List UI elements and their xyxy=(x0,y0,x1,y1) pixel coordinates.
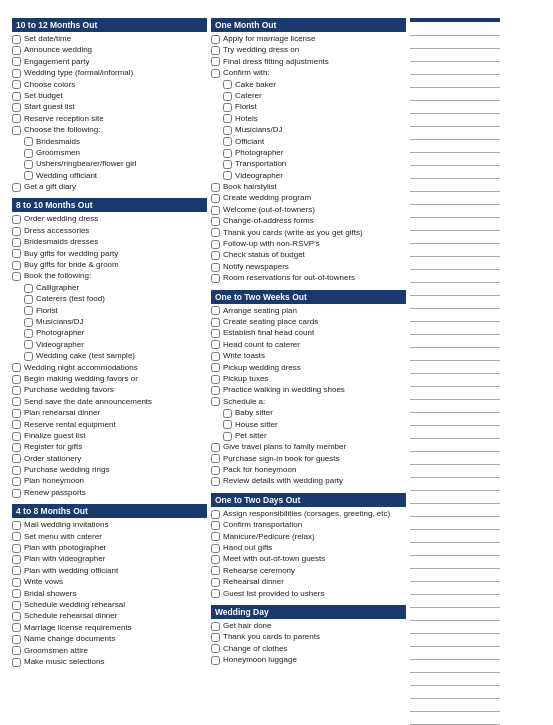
checklist-checkbox[interactable] xyxy=(12,635,21,644)
checklist-checkbox[interactable] xyxy=(211,622,220,631)
checklist-checkbox[interactable] xyxy=(211,46,220,55)
checklist-checkbox[interactable] xyxy=(24,306,33,315)
checklist-checkbox[interactable] xyxy=(12,397,21,406)
checklist-checkbox[interactable] xyxy=(12,227,21,236)
checklist-checkbox[interactable] xyxy=(223,103,232,112)
checklist-checkbox[interactable] xyxy=(211,183,220,192)
checklist-checkbox[interactable] xyxy=(12,589,21,598)
checklist-checkbox[interactable] xyxy=(223,409,232,418)
checklist-checkbox[interactable] xyxy=(211,656,220,665)
checklist-checkbox[interactable] xyxy=(223,137,232,146)
checklist-checkbox[interactable] xyxy=(24,284,33,293)
checklist-checkbox[interactable] xyxy=(12,409,21,418)
checklist-checkbox[interactable] xyxy=(12,80,21,89)
checklist-checkbox[interactable] xyxy=(211,521,220,530)
checklist-checkbox[interactable] xyxy=(12,646,21,655)
checklist-checkbox[interactable] xyxy=(211,466,220,475)
checklist-checkbox[interactable] xyxy=(223,171,232,180)
checklist-checkbox[interactable] xyxy=(211,397,220,406)
checklist-checkbox[interactable] xyxy=(211,228,220,237)
checklist-checkbox[interactable] xyxy=(223,92,232,101)
checklist-checkbox[interactable] xyxy=(211,217,220,226)
checklist-checkbox[interactable] xyxy=(211,206,220,215)
checklist-checkbox[interactable] xyxy=(211,69,220,78)
checklist-checkbox[interactable] xyxy=(211,566,220,575)
checklist-checkbox[interactable] xyxy=(211,510,220,519)
checklist-checkbox[interactable] xyxy=(211,386,220,395)
checklist-checkbox[interactable] xyxy=(24,295,33,304)
checklist-checkbox[interactable] xyxy=(12,477,21,486)
checklist-checkbox[interactable] xyxy=(211,532,220,541)
checklist-checkbox[interactable] xyxy=(12,92,21,101)
checklist-checkbox[interactable] xyxy=(12,658,21,667)
checklist-checkbox[interactable] xyxy=(12,566,21,575)
checklist-checkbox[interactable] xyxy=(12,466,21,475)
checklist-checkbox[interactable] xyxy=(211,633,220,642)
checklist-checkbox[interactable] xyxy=(211,194,220,203)
checklist-checkbox[interactable] xyxy=(211,555,220,564)
checklist-checkbox[interactable] xyxy=(24,329,33,338)
checklist-checkbox[interactable] xyxy=(211,589,220,598)
checklist-checkbox[interactable] xyxy=(12,386,21,395)
checklist-checkbox[interactable] xyxy=(12,69,21,78)
checklist-checkbox[interactable] xyxy=(12,612,21,621)
checklist-checkbox[interactable] xyxy=(12,443,21,452)
checklist-checkbox[interactable] xyxy=(211,477,220,486)
checklist-checkbox[interactable] xyxy=(223,126,232,135)
checklist-checkbox[interactable] xyxy=(223,80,232,89)
checklist-checkbox[interactable] xyxy=(12,215,21,224)
checklist-checkbox[interactable] xyxy=(12,555,21,564)
checklist-checkbox[interactable] xyxy=(211,251,220,260)
checklist-checkbox[interactable] xyxy=(211,375,220,384)
checklist-checkbox[interactable] xyxy=(24,318,33,327)
checklist-checkbox[interactable] xyxy=(12,578,21,587)
checklist-checkbox[interactable] xyxy=(12,126,21,135)
checklist-checkbox[interactable] xyxy=(12,35,21,44)
checklist-checkbox[interactable] xyxy=(12,532,21,541)
checklist-checkbox[interactable] xyxy=(223,149,232,158)
checklist-checkbox[interactable] xyxy=(12,46,21,55)
checklist-checkbox[interactable] xyxy=(223,420,232,429)
checklist-checkbox[interactable] xyxy=(12,432,21,441)
checklist-checkbox[interactable] xyxy=(12,623,21,632)
checklist-checkbox[interactable] xyxy=(223,114,232,123)
checklist-checkbox[interactable] xyxy=(12,363,21,372)
checklist-checkbox[interactable] xyxy=(24,149,33,158)
checklist-checkbox[interactable] xyxy=(12,601,21,610)
checklist-checkbox[interactable] xyxy=(24,340,33,349)
checklist-checkbox[interactable] xyxy=(12,238,21,247)
checklist-checkbox[interactable] xyxy=(24,171,33,180)
checklist-checkbox[interactable] xyxy=(211,35,220,44)
checklist-checkbox[interactable] xyxy=(211,352,220,361)
checklist-checkbox[interactable] xyxy=(12,57,21,66)
checklist-checkbox[interactable] xyxy=(211,454,220,463)
checklist-checkbox[interactable] xyxy=(211,644,220,653)
checklist-checkbox[interactable] xyxy=(12,375,21,384)
checklist-checkbox[interactable] xyxy=(24,137,33,146)
checklist-checkbox[interactable] xyxy=(211,578,220,587)
checklist-checkbox[interactable] xyxy=(12,454,21,463)
checklist-checkbox[interactable] xyxy=(12,544,21,553)
checklist-checkbox[interactable] xyxy=(12,272,21,281)
checklist-checkbox[interactable] xyxy=(24,160,33,169)
checklist-checkbox[interactable] xyxy=(211,318,220,327)
checklist-checkbox[interactable] xyxy=(211,329,220,338)
checklist-checkbox[interactable] xyxy=(211,443,220,452)
checklist-checkbox[interactable] xyxy=(211,544,220,553)
checklist-checkbox[interactable] xyxy=(211,57,220,66)
checklist-checkbox[interactable] xyxy=(12,420,21,429)
checklist-checkbox[interactable] xyxy=(12,183,21,192)
checklist-checkbox[interactable] xyxy=(12,114,21,123)
checklist-checkbox[interactable] xyxy=(211,274,220,283)
checklist-checkbox[interactable] xyxy=(12,261,21,270)
checklist-checkbox[interactable] xyxy=(223,160,232,169)
checklist-checkbox[interactable] xyxy=(211,340,220,349)
checklist-checkbox[interactable] xyxy=(12,103,21,112)
checklist-checkbox[interactable] xyxy=(223,432,232,441)
checklist-checkbox[interactable] xyxy=(211,240,220,249)
checklist-checkbox[interactable] xyxy=(211,263,220,272)
checklist-checkbox[interactable] xyxy=(12,249,21,258)
checklist-checkbox[interactable] xyxy=(211,363,220,372)
checklist-checkbox[interactable] xyxy=(24,352,33,361)
checklist-checkbox[interactable] xyxy=(12,489,21,498)
